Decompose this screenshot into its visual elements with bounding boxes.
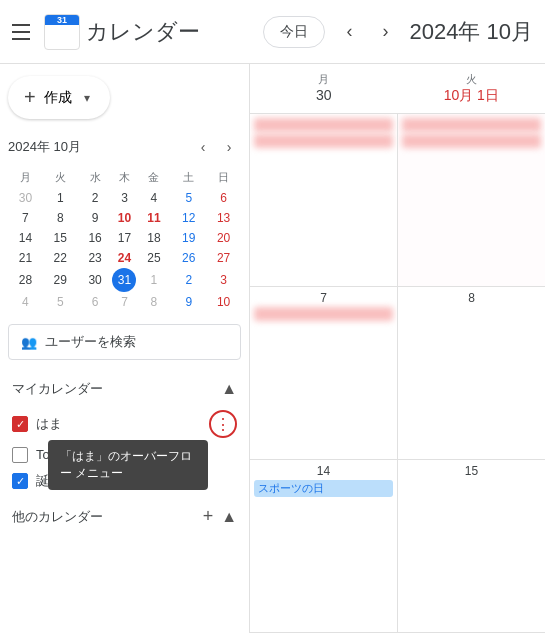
mini-cal-weekday: 金: [136, 167, 171, 188]
mini-cal-day[interactable]: 27: [206, 248, 241, 268]
mini-cal-day[interactable]: 10: [112, 208, 136, 228]
mini-calendar: 2024年 10月 ‹ › 月火水木金土日 301234567891011121…: [8, 135, 241, 312]
mini-cal-day[interactable]: 7: [8, 208, 43, 228]
week-row-1: [250, 114, 545, 287]
search-users[interactable]: 👥 ユーザーを検索: [8, 324, 241, 360]
todo-checkbox[interactable]: [12, 447, 28, 463]
mini-cal-day[interactable]: 13: [206, 208, 241, 228]
mini-cal-day[interactable]: 22: [43, 248, 78, 268]
mini-cal-day[interactable]: 16: [78, 228, 113, 248]
add-other-calendar-icon[interactable]: +: [203, 506, 214, 527]
sports-day-event[interactable]: スポーツの日: [254, 480, 393, 497]
day-cell-oct15[interactable]: 15: [397, 460, 545, 632]
mini-cal-day[interactable]: 15: [43, 228, 78, 248]
mini-cal-day[interactable]: 3: [112, 188, 136, 208]
cal-item-hama[interactable]: ✓ はま ⋮ 「はま」のオーバーフロー メニュー: [8, 406, 241, 442]
app-title: カレンダー: [86, 17, 200, 47]
mini-cal-day[interactable]: 2: [171, 268, 206, 292]
mini-cal-day[interactable]: 14: [8, 228, 43, 248]
mini-cal-weekday: 日: [206, 167, 241, 188]
mini-cal-day[interactable]: 6: [206, 188, 241, 208]
day-cell-oct7[interactable]: 7: [250, 287, 397, 459]
calendar-grid-area: 月 30 火 10月 1日: [250, 64, 545, 633]
mini-cal-day[interactable]: 23: [78, 248, 113, 268]
mini-cal-day[interactable]: 30: [8, 188, 43, 208]
mini-cal-next[interactable]: ›: [217, 135, 241, 159]
day-cell-oct1[interactable]: [397, 114, 545, 286]
other-calendars-header: 他のカレンダー + ▲: [8, 502, 241, 531]
hama-overflow-button[interactable]: ⋮: [209, 410, 237, 438]
mini-cal-day[interactable]: 26: [171, 248, 206, 268]
mini-cal-day[interactable]: 5: [43, 292, 78, 312]
other-calendars-toggle[interactable]: ▲: [221, 508, 237, 526]
mini-cal-day[interactable]: 29: [43, 268, 78, 292]
mini-cal-day[interactable]: 1: [136, 268, 171, 292]
prev-arrow[interactable]: ‹: [333, 16, 365, 48]
week-row-3: 14 スポーツの日 15: [250, 460, 545, 633]
birthday-checkbox[interactable]: ✓: [12, 473, 28, 489]
mini-cal-nav: ‹ ›: [191, 135, 241, 159]
mini-cal-weekday: 水: [78, 167, 113, 188]
my-calendars-toggle[interactable]: ▲: [221, 380, 237, 398]
plus-icon: +: [24, 86, 36, 109]
mini-cal-day[interactable]: 12: [171, 208, 206, 228]
my-calendars-section: マイカレンダー ▲ ✓ はま ⋮ 「はま」のオーバーフロー メニュー ToDo …: [8, 376, 241, 494]
mini-cal-prev[interactable]: ‹: [191, 135, 215, 159]
mini-cal-day[interactable]: 8: [43, 208, 78, 228]
other-calendars-title: 他のカレンダー: [12, 508, 103, 526]
day-num-7: 7: [254, 291, 393, 305]
event-bar: [402, 134, 541, 148]
event-bar: [254, 118, 393, 132]
mini-cal-day[interactable]: 1: [43, 188, 78, 208]
people-icon: 👥: [21, 335, 37, 350]
dropdown-arrow-icon: ▾: [84, 91, 90, 105]
day-cell-sep30[interactable]: [250, 114, 397, 286]
create-button[interactable]: + 作成 ▾: [8, 76, 110, 119]
mini-cal-day[interactable]: 30: [78, 268, 113, 292]
mini-cal-weekday: 土: [171, 167, 206, 188]
mini-cal-day[interactable]: 5: [171, 188, 206, 208]
mini-cal-day[interactable]: 31: [112, 268, 136, 292]
mini-cal-day[interactable]: 24: [112, 248, 136, 268]
day-cell-oct8[interactable]: 8: [397, 287, 545, 459]
col-weekday-mon: 月: [254, 72, 394, 87]
mini-cal-day[interactable]: 9: [78, 208, 113, 228]
mini-cal-day[interactable]: 4: [136, 188, 171, 208]
mini-cal-day[interactable]: 20: [206, 228, 241, 248]
day-num-8: 8: [402, 291, 541, 305]
logo-container: 31 カレンダー: [44, 14, 200, 50]
mini-cal-day[interactable]: 8: [136, 292, 171, 312]
hama-checkbox[interactable]: ✓: [12, 416, 28, 432]
mini-cal-day[interactable]: 9: [171, 292, 206, 312]
my-calendars-header: マイカレンダー ▲: [8, 376, 241, 402]
mini-cal-header: 2024年 10月 ‹ ›: [8, 135, 241, 159]
mini-cal-day[interactable]: 11: [136, 208, 171, 228]
search-users-label: ユーザーを検索: [45, 333, 136, 351]
mini-cal-day[interactable]: 18: [136, 228, 171, 248]
mini-cal-day[interactable]: 19: [171, 228, 206, 248]
mini-cal-day[interactable]: 28: [8, 268, 43, 292]
day-num-14: 14: [254, 464, 393, 478]
next-arrow[interactable]: ›: [369, 16, 401, 48]
hamburger-icon[interactable]: [12, 20, 36, 44]
birthday-checkmark-icon: ✓: [16, 475, 25, 488]
mini-cal-day[interactable]: 17: [112, 228, 136, 248]
mini-cal-day[interactable]: 3: [206, 268, 241, 292]
mini-cal-day[interactable]: 2: [78, 188, 113, 208]
mini-cal-day[interactable]: 25: [136, 248, 171, 268]
sidebar: + 作成 ▾ 2024年 10月 ‹ › 月火水木金土日 30123456789…: [0, 64, 250, 633]
overflow-tooltip: 「はま」のオーバーフロー メニュー: [48, 440, 208, 490]
mini-cal-day[interactable]: 4: [8, 292, 43, 312]
mini-cal-title: 2024年 10月: [8, 138, 81, 156]
calendar-logo: 31: [44, 14, 80, 50]
today-button[interactable]: 今日: [263, 16, 325, 48]
col-daynum-30: 30: [254, 87, 394, 103]
cal-grid-header: 月 30 火 10月 1日: [250, 64, 545, 114]
mini-cal-day[interactable]: 7: [112, 292, 136, 312]
day-cell-oct14[interactable]: 14 スポーツの日: [250, 460, 397, 632]
mini-cal-day[interactable]: 6: [78, 292, 113, 312]
event-bar: [402, 118, 541, 132]
mini-cal-day[interactable]: 21: [8, 248, 43, 268]
mini-cal-day[interactable]: 10: [206, 292, 241, 312]
header: 31 カレンダー 今日 ‹ › 2024年 10月: [0, 0, 545, 64]
